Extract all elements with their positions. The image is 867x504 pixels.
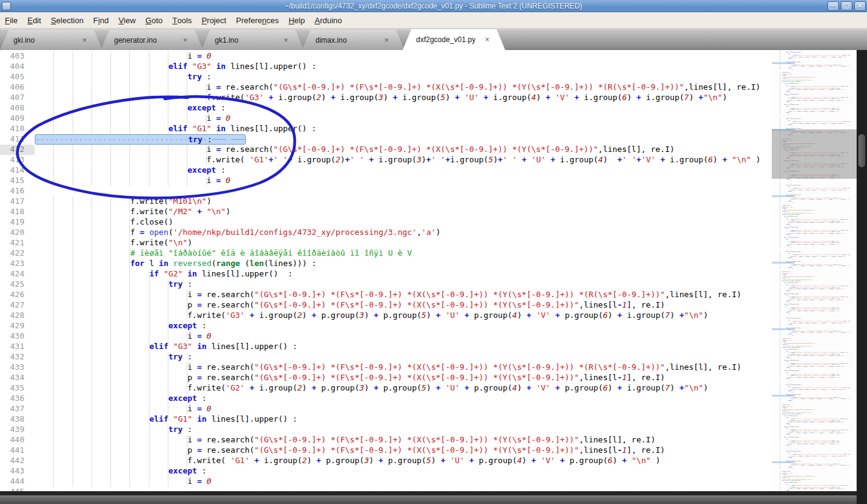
code-line[interactable]: try : [35, 72, 857, 82]
line-number: 427 [0, 300, 35, 311]
code-line[interactable]: except : [35, 321, 857, 331]
line-number: 421 [0, 238, 35, 248]
close-button[interactable]: ✕ [854, 1, 866, 11]
code-line[interactable]: i = 0 [35, 477, 857, 487]
code-line[interactable]: i = re.search("(G\s*[-0-9.]+) *(F\s*[-0-… [35, 82, 857, 93]
code-line[interactable]: f.write("\n") [35, 238, 857, 248]
code-line[interactable]: elif "G3" in lines[l].upper() : [35, 62, 857, 72]
code-line[interactable]: f.close() [35, 217, 857, 228]
code-line[interactable]: i = re.search("(G\s*[-0-9.]+) *(F\s*[-0-… [35, 290, 857, 300]
code-line[interactable]: i = 0 [35, 51, 857, 62]
line-number: 403 [0, 51, 35, 62]
code-line[interactable] [35, 487, 857, 491]
line-number: 408 [0, 103, 35, 113]
tab-close-icon[interactable]: × [284, 36, 288, 45]
code-line[interactable]: f.write( 'G1'+' '+ i.group(2)+' ' + i.gr… [35, 155, 857, 165]
line-number: 422 [0, 248, 35, 259]
line-number: 442 [0, 456, 35, 466]
code-line[interactable]: f = open('/home/nkp/build1/configs/4732_… [35, 228, 857, 238]
code-line[interactable]: try : [35, 279, 857, 290]
code-line[interactable]: elif "G1" in lines[l].upper() : [35, 414, 857, 425]
menu-item-preferences[interactable]: Preferences [231, 12, 284, 28]
code-line[interactable] [35, 186, 857, 196]
tab-generator.ino[interactable]: generator.ino× [101, 30, 203, 50]
menu-item-arduino[interactable]: Arduino [310, 12, 347, 28]
tab-close-icon[interactable]: × [485, 35, 489, 44]
code-line[interactable]: p = re.search("(G\s*[-0-9.]+) *(F\s*[-0-… [35, 300, 857, 311]
code-line[interactable]: f.write('G3' + i.group(2) + i.group(3) +… [35, 93, 857, 103]
line-number: 416 [0, 186, 35, 196]
tab-gk1.ino[interactable]: gk1.ino× [201, 30, 304, 50]
code-line-selected[interactable]: ································try·:───… [35, 134, 857, 145]
code-line[interactable]: except : [35, 103, 857, 113]
minimap-viewport[interactable] [772, 129, 857, 179]
tab-dxf2gcode_v01.py[interactable]: dxf2gcode_v01.py× [403, 29, 505, 50]
line-number: 410 [0, 124, 35, 134]
code-content[interactable]: i = 0elif "G3" in lines[l].upper() :try … [35, 51, 857, 491]
code-line[interactable]: except : [35, 394, 857, 404]
code-line[interactable]: try : [35, 425, 857, 435]
menu-item-edit[interactable]: Edit [23, 12, 46, 28]
vertical-scrollbar[interactable] [857, 50, 867, 504]
code-line[interactable]: if "G2" in lines[l].upper() : [35, 269, 857, 279]
app-icon [2, 2, 11, 10]
code-line[interactable]: i = 0 [35, 113, 857, 124]
code-line[interactable]: try : [35, 352, 857, 362]
code-line[interactable]: i = 0 [35, 331, 857, 342]
code-line[interactable]: f.write("/M2" + "\n") [35, 207, 857, 217]
code-line[interactable]: for l in reversed(range (len(lines))) : [35, 259, 857, 269]
line-number: 411 [0, 134, 35, 145]
code-line[interactable]: # ïèøåì "îáðàòíûé" êîä è äîáàâëÿåì êîîðä… [35, 248, 857, 259]
menu-item-view[interactable]: View [113, 12, 140, 28]
tab-close-icon[interactable]: × [384, 36, 389, 45]
code-line[interactable]: i = 0 [35, 176, 857, 186]
line-number: 419 [0, 217, 35, 228]
status-bar [0, 495, 867, 504]
horizontal-scrollbar-track[interactable] [0, 491, 867, 495]
tab-close-icon[interactable]: × [82, 36, 87, 45]
tab-gki.ino[interactable]: gki.ino× [0, 30, 103, 50]
line-number: 435 [0, 383, 35, 394]
code-line[interactable]: i = re.search("(G\s*[-0-9.]+) *(F\s*[-0-… [35, 145, 857, 155]
code-line[interactable]: p = re.search("(G\s*[-0-9.]+) *(F\s*[-0-… [35, 373, 857, 383]
menu-bar: FileEditSelectionFindViewGotoToolsProjec… [0, 12, 867, 29]
code-line[interactable]: except : [35, 165, 857, 176]
tab-close-icon[interactable]: × [183, 36, 187, 45]
code-line[interactable]: f.write( 'G1' + i.group(2) + p.group(3) … [35, 456, 857, 466]
menu-item-goto[interactable]: Goto [140, 12, 167, 28]
tab-dimax.ino[interactable]: dimax.ino× [302, 30, 405, 50]
menu-item-project[interactable]: Project [196, 12, 231, 28]
code-line[interactable]: p = re.search("(G\s*[-0-9.]+) *(F\s*[-0-… [35, 445, 857, 456]
vertical-scrollbar-thumb[interactable] [858, 134, 865, 167]
menu-item-help[interactable]: Help [284, 12, 310, 28]
line-number: 426 [0, 290, 35, 300]
code-line[interactable]: elif "G3" in lines[l].upper() : [35, 342, 857, 352]
code-line[interactable]: i = re.search("(G\s*[-0-9.]+) *(F\s*[-0-… [35, 435, 857, 445]
code-line[interactable]: i = 0 [35, 404, 857, 414]
line-number: 443 [0, 466, 35, 477]
minimap-code-strip: i = 0elif "G3" in lines[l].upper() :try … [772, 183, 857, 250]
menu-item-selection[interactable]: Selection [46, 12, 88, 28]
minimap-code-strip: i = 0elif "G3" in lines[l].upper() :try … [772, 449, 857, 491]
line-number: 425 [0, 279, 35, 290]
minimap[interactable]: i = 0elif "G3" in lines[l].upper() :try … [772, 50, 857, 491]
line-number: 434 [0, 373, 35, 383]
line-number: 423 [0, 259, 35, 269]
code-line[interactable]: except : [35, 466, 857, 477]
tab-label: gk1.ino [215, 36, 239, 45]
minimize-button[interactable]: — [827, 1, 839, 11]
code-line[interactable]: i = re.search("(G\s*[-0-9.]+) *(F\s*[-0-… [35, 362, 857, 373]
menu-item-tools[interactable]: Tools [168, 12, 197, 28]
line-number: 412 [0, 145, 35, 155]
menu-item-file[interactable]: File [0, 12, 23, 28]
code-line[interactable]: f.write('G3' + i.group(2) + p.group(3) +… [35, 311, 857, 321]
minimap-code-strip: i = 0elif "G3" in lines[l].upper() :try … [772, 316, 857, 383]
code-line[interactable]: elif "G1" in lines[l].upper() : [35, 124, 857, 134]
line-number: 438 [0, 414, 35, 425]
menu-item-find[interactable]: Find [88, 12, 113, 28]
maximize-button[interactable]: ▢ [841, 1, 852, 11]
selection-highlight: ································try·:───… [35, 134, 246, 145]
editor-area[interactable]: 4034044054064074084094104114124134144154… [0, 50, 867, 491]
code-line[interactable]: f.write('G2' + i.group(2) + p.group(3) +… [35, 383, 857, 394]
code-line[interactable]: f.write("M101\n") [35, 196, 857, 207]
